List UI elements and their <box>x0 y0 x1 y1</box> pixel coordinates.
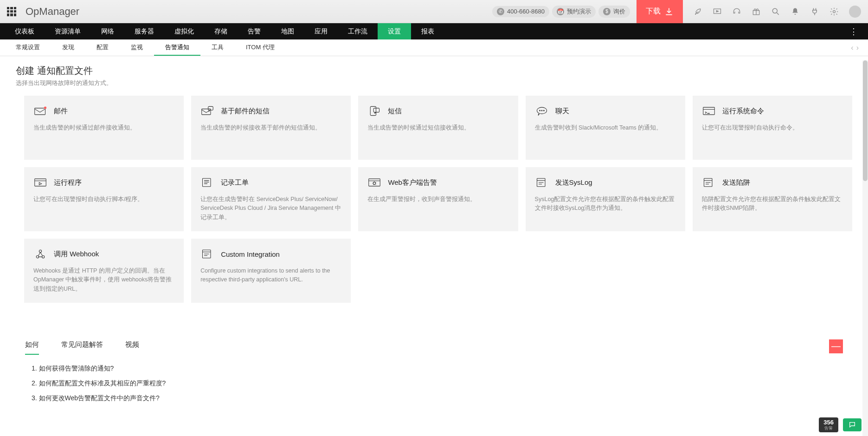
profile-card-sms[interactable]: 短信当生成告警的时候通过短信接收通知。 <box>358 96 518 160</box>
webhook-icon <box>33 248 47 260</box>
main-nav-存储[interactable]: 存储 <box>204 23 238 39</box>
alert-count-chip[interactable]: 356 告警 <box>819 417 838 423</box>
gift-icon[interactable] <box>752 7 761 16</box>
sub-nav: 常规设置发现配置监视告警通知工具ITOM 代理 ‹ › <box>0 39 868 56</box>
apps-grid-icon[interactable] <box>7 7 16 16</box>
profile-card-webhook[interactable]: 调用 WebhookWebhooks 是通过 HTTP 的用户定义的回调。当在 … <box>24 239 184 303</box>
card-title: Web客户端告警 <box>388 178 437 187</box>
main-nav-应用[interactable]: 应用 <box>304 23 338 39</box>
user-avatar[interactable] <box>849 6 861 18</box>
bell-icon[interactable] <box>791 7 800 16</box>
card-title: 运行系统命令 <box>722 107 764 116</box>
command-icon <box>702 105 716 117</box>
sub-nav-监视[interactable]: 监视 <box>120 39 154 56</box>
search-icon[interactable] <box>771 7 780 16</box>
svg-point-12 <box>541 110 542 111</box>
demo-label: 预约演示 <box>567 7 591 16</box>
download-icon <box>664 7 674 16</box>
sub-nav-配置[interactable]: 配置 <box>85 39 120 56</box>
quote-label: 询价 <box>613 7 625 16</box>
main-nav-设置[interactable]: 设置 <box>378 23 411 39</box>
sub-nav-工具[interactable]: 工具 <box>200 39 235 56</box>
card-title: 记录工单 <box>221 178 249 187</box>
headset-icon[interactable] <box>732 7 741 16</box>
page-header: 创建 通知配置文件 选择当出现网络故障时的通知方式。 <box>16 65 852 87</box>
main-nav-地图[interactable]: 地图 <box>271 23 304 39</box>
web-alarm-icon <box>367 176 381 189</box>
plug-icon[interactable] <box>810 7 819 16</box>
svg-rect-17 <box>369 179 380 186</box>
main-nav-网络[interactable]: 网络 <box>91 23 124 39</box>
sub-nav-ITOM 代理[interactable]: ITOM 代理 <box>235 39 286 56</box>
nav-more-icon[interactable]: ⋮ <box>844 23 863 39</box>
header-right: ✆ 400-660-8680 📅 预约演示 $ 询价 下载 <box>492 0 861 23</box>
mail-icon <box>33 105 47 117</box>
profile-card-chat[interactable]: 聊天生成告警时收到 Slack/Microsoft Teams 的通知。 <box>526 96 685 160</box>
main-nav-报表[interactable]: 报表 <box>411 23 444 39</box>
svg-point-13 <box>543 110 544 111</box>
help-list: 1. 如何获得告警清除的通知?2. 如何配置配置文件标准及其相应的严重程度?3.… <box>25 364 843 403</box>
scrollbar-thumb[interactable] <box>863 60 868 181</box>
card-title: 发送SysLog <box>555 178 592 187</box>
profile-card-mail[interactable]: 邮件当生成告警的时候通过邮件接收通知。 <box>24 96 184 160</box>
card-description: 当生成告警的时候通过短信接收通知。 <box>367 124 508 132</box>
quote-pill[interactable]: $ 询价 <box>598 6 630 18</box>
profile-card-web-alarm[interactable]: Web客户端告警在生成严重警报时，收到声音警报通知。 <box>358 167 518 231</box>
card-description: 在生成严重警报时，收到声音警报通知。 <box>367 195 508 204</box>
main-nav-虚拟化[interactable]: 虚拟化 <box>164 23 204 39</box>
syslog-icon <box>535 176 549 189</box>
top-header: OpManager ✆ 400-660-8680 📅 预约演示 $ 询价 下载 <box>0 0 868 23</box>
main-nav-仪表板[interactable]: 仪表板 <box>5 23 45 39</box>
sub-nav-告警通知[interactable]: 告警通知 <box>154 39 200 56</box>
page-title: 创建 通知配置文件 <box>16 65 852 77</box>
help-tabs: 如何常见问题解答视频 <box>25 338 139 355</box>
profile-card-custom[interactable]: Custom IntegrationConfigure custom integ… <box>191 239 351 303</box>
scrollbar-track[interactable] <box>862 60 868 423</box>
card-title: 邮件 <box>54 107 68 116</box>
dollar-icon: $ <box>603 8 611 15</box>
chevron-left-icon[interactable]: ‹ <box>851 44 853 52</box>
notification-profile-grid: 邮件当生成告警的时候通过邮件接收通知。基于邮件的短信当生成告警的时候接收基于邮件… <box>16 96 852 303</box>
collapse-button[interactable]: — <box>829 339 843 353</box>
card-description: Configure custom integrations to send al… <box>200 267 341 285</box>
help-tab-1[interactable]: 常见问题解答 <box>61 338 103 355</box>
trap-icon <box>702 176 716 189</box>
chat-icon <box>535 105 549 117</box>
help-item-1[interactable]: 2. 如何配置配置文件标准及其相应的严重程度? <box>32 379 843 388</box>
card-description: 让您在生成告警时在 ServiceDesk Plus/ ServiceNow/ … <box>200 195 341 222</box>
profile-card-program[interactable]: 运行程序让您可在出现警报时自动执行脚本/程序。 <box>24 167 184 231</box>
main-nav-告警[interactable]: 告警 <box>238 23 271 39</box>
profile-card-syslog[interactable]: 发送SysLogSysLog配置文件允许您在根据配置的条件触发此配置文件时接收S… <box>526 167 685 231</box>
help-tab-2[interactable]: 视频 <box>125 338 139 355</box>
profile-card-mail-sms[interactable]: 基于邮件的短信当生成告警的时候接收基于邮件的短信通知。 <box>191 96 351 160</box>
card-description: Webhooks 是通过 HTTP 的用户定义的回调。当在 OpManager … <box>33 267 174 293</box>
phone-number: 400-660-8680 <box>507 8 545 15</box>
help-tab-0[interactable]: 如何 <box>25 338 39 355</box>
card-description: 陷阱配置文件允许您在根据配置的条件触发此配置文件时接收SNMP陷阱。 <box>702 195 843 213</box>
profile-card-command[interactable]: 运行系统命令让您可在出现警报时自动执行命令。 <box>693 96 852 160</box>
sub-nav-发现[interactable]: 发现 <box>51 39 85 56</box>
phone-pill[interactable]: ✆ 400-660-8680 <box>492 6 549 17</box>
profile-card-trap[interactable]: 发送陷阱陷阱配置文件允许您在根据配置的条件触发此配置文件时接收SNMP陷阱。 <box>693 167 852 231</box>
presentation-icon[interactable] <box>713 7 722 16</box>
chevron-right-icon[interactable]: › <box>856 44 859 52</box>
help-section: 如何常见问题解答视频 — 1. 如何获得告警清除的通知?2. 如何配置配置文件标… <box>16 338 852 403</box>
chat-chip[interactable] <box>843 418 862 423</box>
gear-icon[interactable] <box>829 7 839 16</box>
card-description: SysLog配置文件允许您在根据配置的条件触发此配置文件时接收SysLog消息作… <box>535 195 676 213</box>
profile-card-ticket[interactable]: 记录工单让您在生成告警时在 ServiceDesk Plus/ ServiceN… <box>191 167 351 231</box>
main-nav-服务器[interactable]: 服务器 <box>124 23 164 39</box>
sub-nav-常规设置[interactable]: 常规设置 <box>5 39 51 56</box>
main-nav-资源清单[interactable]: 资源清单 <box>45 23 91 39</box>
download-button[interactable]: 下载 <box>637 0 683 23</box>
help-item-0[interactable]: 1. 如何获得告警清除的通知? <box>32 364 843 373</box>
card-title: 短信 <box>388 107 402 116</box>
svg-rect-6 <box>202 109 211 115</box>
main-nav-工作流[interactable]: 工作流 <box>338 23 378 39</box>
svg-rect-8 <box>371 106 376 115</box>
help-item-2[interactable]: 3. 如何更改Web告警配置文件中的声音文件? <box>32 394 843 403</box>
download-label: 下载 <box>646 7 661 16</box>
calendar-icon: 📅 <box>557 8 564 15</box>
rocket-icon[interactable] <box>693 7 702 16</box>
demo-pill[interactable]: 📅 预约演示 <box>552 6 596 18</box>
